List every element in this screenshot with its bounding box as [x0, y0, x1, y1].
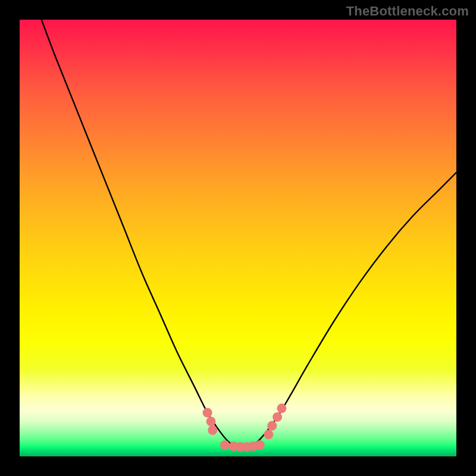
highlight-dots [203, 403, 287, 452]
highlight-dot [255, 440, 265, 450]
watermark-text: TheBottleneck.com [346, 4, 469, 19]
highlight-dot [220, 440, 230, 450]
curve-layer [20, 20, 456, 456]
chart-frame: TheBottleneck.com [0, 0, 476, 476]
plot-area [20, 20, 456, 456]
highlight-dot [264, 430, 273, 439]
highlight-dot [208, 425, 217, 435]
highlight-dot [267, 421, 277, 431]
highlight-dot [203, 408, 212, 418]
highlight-dot [277, 403, 286, 413]
bottleneck-curve [42, 20, 456, 447]
highlight-dot [273, 412, 282, 422]
highlight-dot [206, 416, 216, 426]
